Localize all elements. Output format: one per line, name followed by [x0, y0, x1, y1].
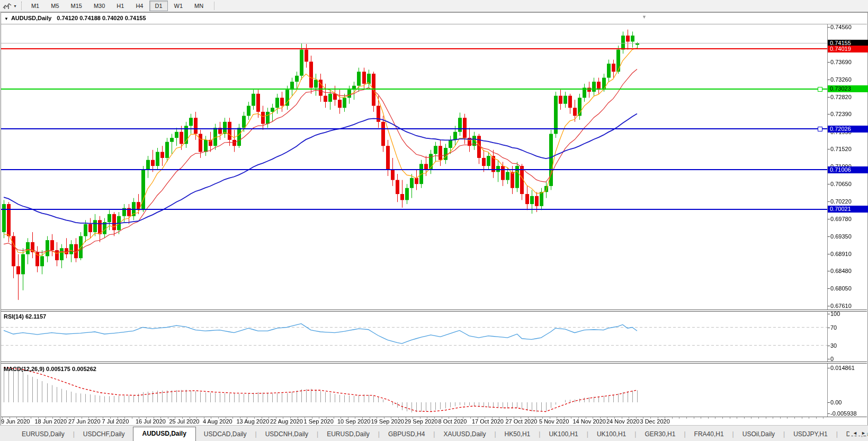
macd-tick-label: 0.014861 — [830, 365, 855, 371]
time-axis-label: 3 Dec 2020 — [640, 418, 670, 425]
rsi-tick-label: 30 — [830, 342, 837, 349]
time-axis-label: 24 Nov 2020 — [606, 418, 639, 425]
price-tick-label: 0.67610 — [830, 303, 852, 309]
chart-collapse-icon[interactable]: ▼ — [4, 16, 8, 21]
price-tick-label: 0.68480 — [830, 268, 852, 274]
chart-symbol-period: AUDUSD,Daily — [11, 15, 51, 21]
macd-indicator-label: MACD(12,26,9) 0.005175 0.005262 — [4, 366, 96, 372]
plot-top-border — [1, 24, 867, 24]
time-axis-label: 27 Jun 2020 — [68, 418, 101, 425]
rsi-value: 62.1157 — [25, 313, 46, 320]
time-axis-label: 7 Jul 2020 — [102, 418, 129, 425]
price-tick-label: 0.68050 — [830, 285, 852, 292]
hline-handle-support-1[interactable] — [818, 87, 822, 92]
macd-tick-label: -0.005938 — [830, 410, 857, 417]
time-axis-label: 10 Sep 2020 — [337, 418, 370, 425]
tab-scroll-arrows: ◄ ► — [849, 429, 867, 436]
time-axis-label: 27 Oct 2020 — [506, 418, 538, 425]
chart-canvas[interactable] — [0, 0, 868, 441]
price-tick-label: 0.72820 — [830, 94, 852, 100]
hline-bid[interactable] — [1, 43, 827, 43]
price-tick-label: 0.71520 — [830, 146, 852, 152]
macd-tick-label: 0.00 — [830, 399, 842, 405]
hline-support-1[interactable] — [1, 89, 827, 90]
time-axis-label: 18 Jun 2020 — [35, 418, 67, 425]
time-axis-label: 14 Nov 2020 — [573, 418, 606, 425]
panel-divider[interactable] — [1, 310, 867, 312]
time-axis-label: 17 Oct 2020 — [472, 418, 504, 425]
price-tick-label: 0.73260 — [830, 76, 852, 83]
time-axis-label: 29 Sep 2020 — [405, 418, 437, 425]
price-tick-label: 0.68910 — [830, 251, 852, 257]
price-badge-support-4: 0.70021 — [828, 206, 868, 213]
chart-ohlc-values: 0.74120 0.74188 0.74020 0.74155 — [57, 15, 146, 21]
price-tick-label: 0.74560 — [830, 24, 852, 30]
price-tick-label: 0.70220 — [830, 198, 852, 205]
price-tick-label: 0.73690 — [830, 59, 852, 65]
price-scale-border — [827, 24, 828, 417]
time-axis-label: 13 Aug 2020 — [237, 418, 270, 425]
tab-scroll-right-icon[interactable]: ► — [861, 430, 866, 436]
price-tick-label: 0.72390 — [830, 111, 852, 117]
price-badge-support-3: 0.71006 — [828, 166, 868, 173]
rsi-tick-label: 70 — [830, 324, 837, 331]
tab-scroll-left-icon[interactable]: ◄ — [853, 430, 857, 436]
autoscroll-marker-icon[interactable]: ▼ — [642, 14, 647, 20]
price-tick-label: 0.69780 — [830, 216, 852, 222]
price-tick-label: 0.70650 — [830, 181, 852, 187]
price-badge-resistance-1: 0.74019 — [828, 46, 868, 52]
hline-support-4[interactable] — [1, 209, 827, 210]
rsi-indicator-label: RSI(14) 62.1157 — [4, 313, 46, 320]
time-axis-label: 22 Aug 2020 — [270, 418, 303, 425]
hline-support-2[interactable] — [1, 128, 827, 129]
time-axis-label: 4 Aug 2020 — [203, 418, 232, 425]
price-badge-support-2: 0.72026 — [828, 126, 868, 133]
price-tick-label: 0.69350 — [830, 233, 852, 240]
time-axis-label: 5 Nov 2020 — [539, 418, 569, 425]
hline-support-3[interactable] — [1, 169, 827, 170]
trading-platform-window: { "toolbar": { "timeframes": ["M1","M5",… — [0, 0, 868, 441]
time-axis-label: 19 Sep 2020 — [371, 418, 404, 425]
time-axis-label: 8 Oct 2020 — [439, 418, 467, 425]
chart-title: ▼AUDUSD,Daily0.74120 0.74188 0.74020 0.7… — [4, 15, 146, 21]
macd-values: 0.005175 0.005262 — [46, 366, 96, 372]
time-axis-border — [1, 417, 867, 417]
hline-handle-support-2[interactable] — [818, 127, 822, 131]
hline-resistance-1[interactable] — [1, 48, 827, 49]
time-axis-label: 16 Jul 2020 — [136, 418, 166, 425]
time-axis-label: 25 Jul 2020 — [169, 418, 200, 425]
price-badge-support-1: 0.73023 — [828, 85, 868, 92]
time-axis-label: 9 Jun 2020 — [1, 418, 30, 425]
time-axis-label: 1 Sep 2020 — [304, 418, 334, 425]
panel-divider[interactable] — [1, 361, 867, 364]
